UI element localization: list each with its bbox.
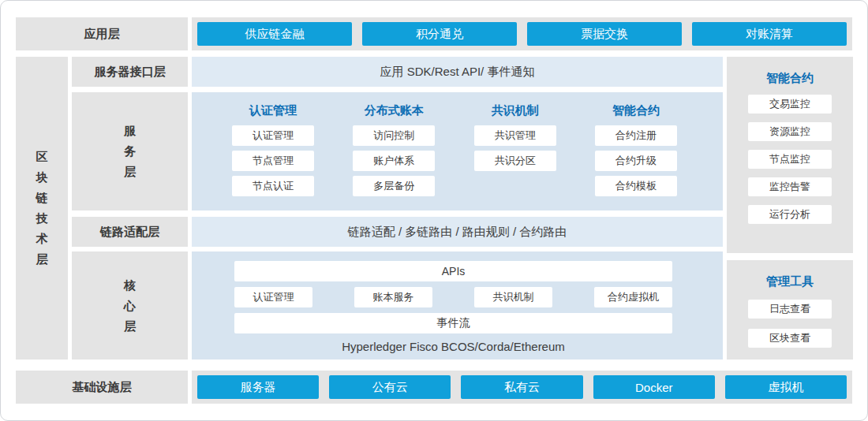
infra-button-private-cloud: 私有云 bbox=[461, 375, 582, 399]
core-module-row: 认证管理 账本服务 共识机制 合约虚拟机 bbox=[234, 287, 672, 307]
service-item: 共识管理 bbox=[474, 125, 556, 146]
infrastructure-layer-row: 基础设施层 服务器 公有云 私有云 Docker 虚拟机 bbox=[16, 371, 852, 404]
server-interface-content: 应用 SDK/Rest API/ 事件通知 bbox=[192, 57, 723, 87]
layer-content-column: 应用 SDK/Rest API/ 事件通知 认证管理 认证管理 节点管理 节点认… bbox=[192, 57, 723, 360]
application-layer-row: 应用层 供应链金融 积分通兑 票据交换 对账清算 bbox=[16, 17, 852, 50]
platforms-text: Hyperledger Fisco BCOS/Corda/Ethereum bbox=[234, 340, 672, 353]
infra-button-public-cloud: 公有云 bbox=[329, 375, 451, 399]
link-adapter-layer-label: 链路适配层 bbox=[72, 217, 188, 247]
blockchain-tech-section: 区 块 链 技 术 层 服务器接口层 服 务 层 链路适配层 核 心 层 应用 … bbox=[16, 57, 852, 360]
monitor-item: 运行分析 bbox=[748, 205, 832, 224]
core-module: 合约虚拟机 bbox=[594, 287, 672, 307]
core-module: 账本服务 bbox=[354, 287, 432, 307]
right-sidebar: 智能合约 交易监控 资源监控 节点监控 监控告警 运行分析 管理工具 日志查看 … bbox=[727, 57, 853, 360]
service-item: 合约注册 bbox=[595, 125, 677, 146]
infra-button-vm: 虚拟机 bbox=[725, 375, 847, 399]
monitor-item: 资源监控 bbox=[748, 122, 832, 141]
monitor-item: 监控告警 bbox=[748, 177, 832, 196]
tools-box-header: 管理工具 bbox=[766, 274, 814, 289]
infra-button-docker: Docker bbox=[593, 375, 715, 399]
core-layer-panel: APIs 认证管理 账本服务 共识机制 合约虚拟机 事件流 Hyperledge… bbox=[192, 251, 723, 360]
service-item: 节点管理 bbox=[232, 151, 314, 171]
app-button-bill-exchange: 票据交换 bbox=[527, 22, 682, 46]
link-adapter-content: 链路适配 / 多链路由 / 路由规则 / 合约路由 bbox=[192, 217, 723, 247]
monitor-item: 节点监控 bbox=[748, 150, 832, 169]
service-column-header: 分布式账本 bbox=[353, 102, 435, 118]
management-tools-box: 管理工具 日志查看 区块查看 bbox=[727, 260, 853, 360]
smart-contract-monitor-box: 智能合约 交易监控 资源监控 节点监控 监控告警 运行分析 bbox=[727, 57, 853, 253]
service-item: 多层备份 bbox=[353, 176, 435, 196]
service-item: 访问控制 bbox=[353, 125, 435, 146]
app-button-points-exchange: 积分通兑 bbox=[362, 22, 517, 46]
service-column-header: 认证管理 bbox=[232, 102, 314, 118]
monitor-box-header: 智能合约 bbox=[766, 70, 814, 86]
layer-label-column: 服务器接口层 服 务 层 链路适配层 核 心 层 bbox=[72, 57, 188, 360]
monitor-item: 交易监控 bbox=[748, 95, 832, 114]
service-layer-panel: 认证管理 认证管理 节点管理 节点认证 分布式账本 访问控制 账户体系 多层备份… bbox=[192, 92, 723, 210]
service-column-header: 智能合约 bbox=[595, 102, 677, 118]
service-column-smart-contract: 智能合约 合约注册 合约升级 合约模板 bbox=[595, 102, 677, 210]
service-item: 共识分区 bbox=[474, 151, 556, 171]
core-module: 认证管理 bbox=[234, 287, 312, 307]
infrastructure-button-band: 服务器 公有云 私有云 Docker 虚拟机 bbox=[192, 371, 852, 404]
infra-button-server: 服务器 bbox=[197, 375, 319, 399]
infrastructure-layer-label: 基础设施层 bbox=[16, 371, 188, 404]
service-item: 认证管理 bbox=[232, 125, 314, 146]
service-item: 账户体系 bbox=[353, 151, 435, 171]
app-button-supply-chain-finance: 供应链金融 bbox=[197, 22, 352, 46]
service-item: 合约升级 bbox=[595, 151, 677, 171]
core-module: 共识机制 bbox=[474, 287, 552, 307]
application-layer-label: 应用层 bbox=[16, 17, 188, 50]
service-column-consensus: 共识机制 共识管理 共识分区 bbox=[474, 102, 556, 210]
service-column-ledger: 分布式账本 访问控制 账户体系 多层备份 bbox=[353, 102, 435, 210]
service-column-auth: 认证管理 认证管理 节点管理 节点认证 bbox=[232, 102, 314, 210]
application-button-band: 供应链金融 积分通兑 票据交换 对账清算 bbox=[192, 17, 852, 50]
app-button-reconciliation: 对账清算 bbox=[692, 22, 847, 46]
event-stream-bar: 事件流 bbox=[234, 313, 672, 333]
service-item: 节点认证 bbox=[232, 176, 314, 196]
core-layer-label: 核 心 层 bbox=[72, 251, 188, 360]
server-interface-layer-label: 服务器接口层 bbox=[72, 57, 188, 87]
service-column-header: 共识机制 bbox=[474, 102, 556, 118]
architecture-diagram: 应用层 供应链金融 积分通兑 票据交换 对账清算 区 块 链 技 术 层 服务器… bbox=[0, 0, 868, 421]
service-layer-label: 服 务 层 bbox=[72, 92, 188, 210]
blockchain-tech-layer-label: 区 块 链 技 术 层 bbox=[16, 57, 68, 360]
apis-bar: APIs bbox=[234, 261, 672, 281]
tool-item: 日志查看 bbox=[748, 300, 832, 319]
tool-item: 区块查看 bbox=[748, 329, 832, 348]
service-item: 合约模板 bbox=[595, 176, 677, 196]
